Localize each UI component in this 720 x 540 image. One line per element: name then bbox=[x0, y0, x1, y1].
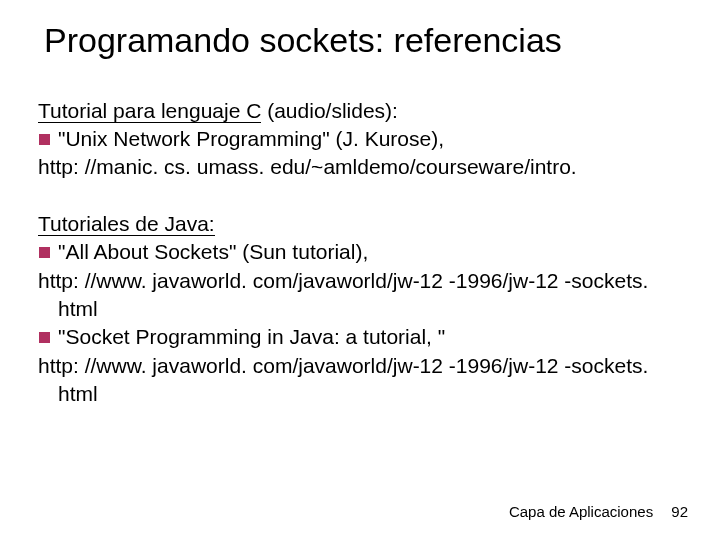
section-heading-line: Tutoriales de Java: bbox=[38, 210, 682, 238]
slide: Programando sockets: referencias Tutoria… bbox=[0, 0, 720, 540]
bullet-square-icon bbox=[39, 134, 50, 145]
slide-title: Programando sockets: referencias bbox=[44, 20, 682, 61]
url-line: http: //www. javaworld. com/javaworld/jw… bbox=[38, 352, 682, 409]
url-line: http: //www. javaworld. com/javaworld/jw… bbox=[38, 267, 682, 324]
section-heading-suffix: (audio/slides): bbox=[261, 99, 398, 122]
section-heading-underlined: Tutoriales de Java: bbox=[38, 212, 215, 236]
footer-label: Capa de Aplicaciones bbox=[509, 503, 653, 520]
bullet-text: "Unix Network Programming" (J. Kurose), bbox=[58, 125, 682, 153]
bullet-item: "Socket Programming in Java: a tutorial,… bbox=[38, 323, 682, 351]
url-line: http: //manic. cs. umass. edu/~amldemo/c… bbox=[38, 153, 682, 181]
slide-footer: Capa de Aplicaciones 92 bbox=[509, 503, 688, 520]
section-c-tutorial: Tutorial para lenguaje C (audio/slides):… bbox=[38, 97, 682, 182]
bullet-text: "Socket Programming in Java: a tutorial,… bbox=[58, 323, 682, 351]
section-java-tutorials: Tutoriales de Java: "All About Sockets" … bbox=[38, 210, 682, 408]
footer-page-number: 92 bbox=[671, 503, 688, 520]
bullet-square-icon bbox=[39, 247, 50, 258]
bullet-item: "All About Sockets" (Sun tutorial), bbox=[38, 238, 682, 266]
section-heading-underlined: Tutorial para lenguaje C bbox=[38, 99, 261, 123]
bullet-square-icon bbox=[39, 332, 50, 343]
bullet-item: "Unix Network Programming" (J. Kurose), bbox=[38, 125, 682, 153]
bullet-text: "All About Sockets" (Sun tutorial), bbox=[58, 238, 682, 266]
section-heading-line: Tutorial para lenguaje C (audio/slides): bbox=[38, 97, 682, 125]
